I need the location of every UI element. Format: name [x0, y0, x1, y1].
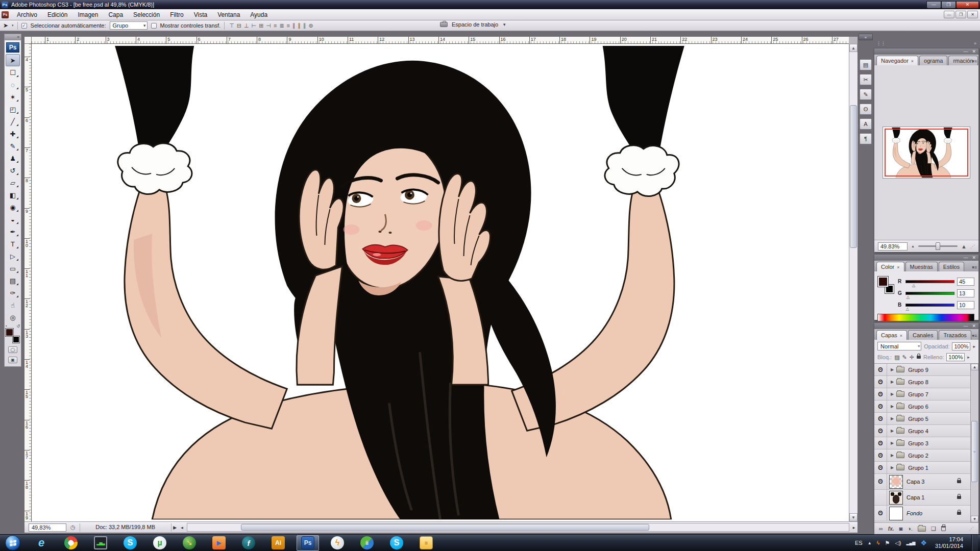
zoom-level-field[interactable]: 49,83% [29, 523, 66, 532]
visibility-toggle[interactable]: ʘ [874, 388, 887, 400]
distribute-left-edges-icon[interactable]: ∥ [291, 22, 297, 29]
layer-row[interactable]: ʘ ▶ Capa 3 [874, 474, 970, 490]
menu-item[interactable]: Ayuda [245, 10, 273, 20]
navigator-zoom-slider[interactable] [918, 245, 958, 247]
trash-icon[interactable] [941, 526, 946, 531]
panel-minimize-icon[interactable]: — [963, 256, 968, 260]
layer-row[interactable]: ʘ ▶ Grupo 1 [874, 462, 970, 474]
layer-name[interactable]: Grupo 8 [908, 379, 928, 385]
distribute-vertical-centers-icon[interactable]: ≣ [278, 22, 285, 29]
tray-expand-icon[interactable]: ▲ [868, 541, 872, 545]
align-right-edges-icon[interactable]: ⊣ [265, 22, 272, 29]
eyedropper-tool[interactable]: ✑ [6, 287, 20, 299]
dropbox-icon[interactable]: ❖ [920, 539, 927, 547]
expand-triangle-icon[interactable]: ▶ [891, 453, 894, 458]
scroll-down-icon[interactable]: ▼ [849, 513, 857, 521]
quick-mask-button[interactable]: ◯ [8, 346, 17, 353]
winamp-tray-icon[interactable]: ϟ [877, 540, 880, 546]
expand-triangle-icon[interactable]: ▶ [891, 367, 894, 372]
layer-row[interactable]: ʘ ▶ Grupo 6 [874, 400, 970, 413]
expand-triangle-icon[interactable]: ▶ [891, 429, 894, 433]
tool-preset-arrow-icon[interactable]: ▾ [12, 23, 14, 28]
media-player-taskbar-button[interactable]: ▶ [208, 535, 230, 551]
navigator-proxy-rectangle[interactable] [885, 129, 968, 177]
magic-wand-tool[interactable]: ✶ [6, 91, 20, 103]
healing-brush-tool[interactable]: ✚ [6, 128, 20, 140]
layer-name[interactable]: Grupo 9 [908, 367, 928, 373]
channel-value-field[interactable]: 45 [957, 278, 974, 286]
zoom-in-icon[interactable]: ▲ [961, 243, 967, 249]
adjustment-layer-icon[interactable]: ◑. [908, 525, 913, 532]
path-selection-tool[interactable]: ▷ [6, 250, 20, 262]
workspace-switcher[interactable]: Espacio de trabajo ▼ [440, 21, 506, 28]
screen-mode-button[interactable]: ▣ [8, 357, 17, 363]
channel-slider[interactable]: △ [905, 292, 954, 295]
minimize-button[interactable]: — [926, 1, 941, 9]
layers-scroll-thumb[interactable]: ≡ [971, 421, 977, 482]
move-tool[interactable]: ➤ [6, 54, 20, 66]
slice-tool[interactable]: ╱ [6, 115, 20, 128]
layer-name[interactable]: Grupo 3 [908, 440, 928, 446]
close-button[interactable]: ✕ [956, 1, 979, 9]
layer-thumbnail[interactable] [889, 491, 903, 505]
panel-menu-icon[interactable]: ▾≡ [972, 59, 977, 64]
vertical-scroll-thumb[interactable] [850, 105, 857, 248]
auto-align-layers-icon[interactable]: ⊛ [308, 22, 314, 29]
align-vertical-centers-icon[interactable]: ⊟ [236, 22, 242, 29]
expand-triangle-icon[interactable]: ▶ [891, 380, 894, 384]
show-desktop-button[interactable] [971, 535, 978, 551]
tab-navegador[interactable]: Navegador× [876, 56, 918, 65]
channel-slider[interactable]: △ [905, 304, 954, 307]
rectangular-marquee-tool[interactable]: ☐ [6, 66, 20, 79]
layer-row[interactable]: ʘ ▶ Fondo [874, 506, 970, 521]
auto-select-dropdown[interactable]: Grupo ▾ [110, 21, 148, 30]
slider-thumb-icon[interactable]: △ [912, 283, 915, 288]
layer-row[interactable]: ʘ ▶ Grupo 9 [874, 364, 970, 376]
menu-item[interactable]: Vista [189, 10, 212, 20]
collapsed-panel-brush-icon[interactable]: ✎ [860, 89, 872, 100]
scroll-right-icon[interactable]: ▸ [850, 523, 857, 532]
swap-colors-icon[interactable]: ↺ [16, 324, 20, 329]
opacity-spinner-icon[interactable]: ▸ [973, 344, 975, 349]
slider-thumb-icon[interactable]: △ [906, 295, 910, 299]
panel-close-icon[interactable]: ✕ [972, 256, 976, 260]
tab-canales[interactable]: Canales [908, 330, 938, 340]
doc-minimize-button[interactable]: — [944, 11, 954, 18]
foreground-color-swatch[interactable] [6, 329, 13, 336]
expand-triangle-icon[interactable]: ▶ [891, 416, 894, 421]
layer-name[interactable]: Grupo 5 [908, 416, 928, 422]
illustrator-taskbar-button[interactable]: Ai [267, 535, 289, 551]
background-color-swatch[interactable] [13, 336, 19, 343]
collapsed-panel-pages-icon[interactable]: ▤ [860, 59, 872, 70]
status-menu-arrow-icon[interactable]: ▶ [172, 523, 179, 532]
tab-capas[interactable]: Capas× [876, 330, 907, 340]
panel-close-icon[interactable]: ✕ [972, 324, 976, 329]
channel-value-field[interactable]: 13 [957, 289, 974, 297]
blend-mode-dropdown[interactable]: Normal ▾ [877, 342, 921, 350]
link-layers-icon[interactable]: ∞ [879, 525, 883, 532]
skype-2-taskbar-button[interactable]: S [385, 535, 408, 551]
layer-row[interactable]: ʘ ▶ Capa 1 [874, 490, 970, 506]
menu-item[interactable]: Selección [128, 10, 165, 20]
crop-tool[interactable]: ◰ [6, 103, 20, 115]
tab-trazados[interactable]: Trazados [939, 330, 971, 340]
menu-item[interactable]: Imagen [72, 10, 103, 20]
layer-row[interactable]: ʘ ▶ Grupo 2 [874, 449, 970, 462]
menu-item[interactable]: Filtro [165, 10, 189, 20]
opacity-field[interactable]: 100% [952, 342, 970, 350]
gradient-tool[interactable]: ◧ [6, 189, 20, 201]
layer-style-icon[interactable]: fx. [888, 526, 894, 532]
layer-row[interactable]: ʘ ▶ Grupo 4 [874, 425, 970, 437]
show-transform-checkbox[interactable] [151, 23, 157, 29]
visibility-toggle[interactable]: ʘ [874, 437, 887, 449]
fill-field[interactable]: 100% [946, 353, 965, 361]
layers-scrollbar[interactable]: ▲ ≡ ▼ [970, 364, 978, 522]
close-icon[interactable]: × [897, 265, 899, 270]
layer-row[interactable]: ʘ ▶ Grupo 8 [874, 376, 970, 388]
visibility-toggle[interactable]: ʘ [874, 474, 887, 489]
layer-row[interactable]: ʘ ▶ Grupo 3 [874, 437, 970, 449]
default-colors-icon[interactable]: ▪ [6, 324, 7, 328]
distribute-right-edges-icon[interactable]: ∥ [302, 22, 307, 29]
expand-triangle-icon[interactable]: ▶ [891, 404, 894, 409]
layer-thumbnail[interactable] [889, 475, 903, 489]
